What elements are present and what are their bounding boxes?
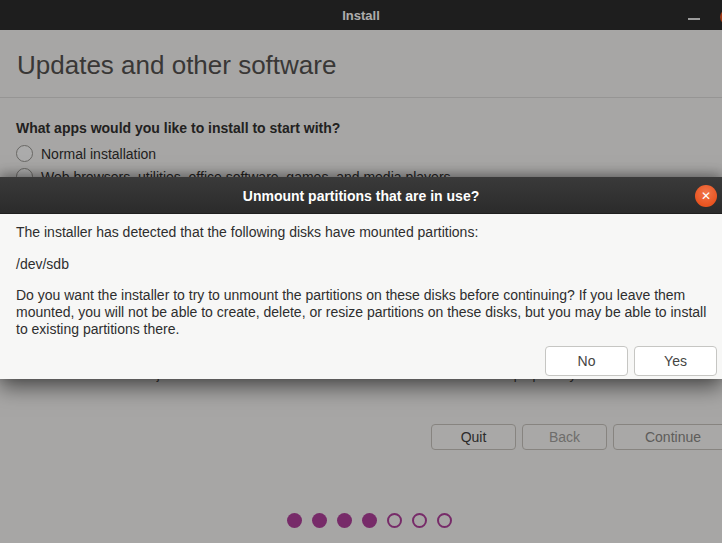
install-window: Install Updates and other software What …	[0, 0, 722, 543]
dialog-close-icon[interactable]: ✕	[695, 185, 717, 207]
dialog-disk-path: /dev/sdb	[16, 256, 69, 272]
dialog-titlebar: Unmount partitions that are in use? ✕	[0, 177, 722, 214]
dialog-detect-text: The installer has detected that the foll…	[16, 224, 478, 240]
dialog-title: Unmount partitions that are in use?	[0, 177, 722, 214]
unmount-dialog: Unmount partitions that are in use? ✕ Th…	[0, 177, 722, 379]
no-button[interactable]: No	[545, 346, 628, 376]
yes-button[interactable]: Yes	[634, 346, 717, 376]
dialog-body-text: Do you want the installer to try to unmo…	[16, 287, 708, 338]
